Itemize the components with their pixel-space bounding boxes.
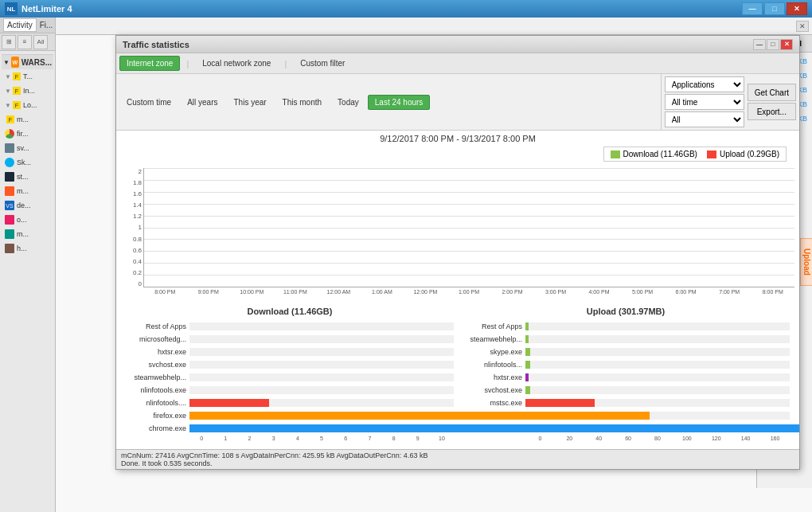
dialog-title-bar: Traffic statistics — □ ✕ [116,36,799,53]
chart-legend: Download (11.46GB) Upload (0.29GB) [603,147,787,162]
sidebar-item-m1[interactable]: F m... [2,112,53,127]
filter-dropdown-1[interactable]: Applications [665,76,744,92]
y-axis: 2 1.8 1.6 1.4 1.2 1 0.8 0.6 0.4 0.2 0 [121,168,143,287]
action-buttons: Get Chart Export... [748,84,796,120]
hbc-bar-5 [525,386,530,394]
hbc-row-6: mstsc.exe [462,397,790,408]
sidebar-item-lo[interactable]: ▼ F Lo... [2,98,53,112]
hbc-bar-container-8 [189,424,454,432]
hbc-label-2: hxtsr.exe [126,348,189,356]
hbc-label-6: nlinfotools.... [126,399,189,407]
bar-group-7 [447,168,490,287]
zone-local[interactable]: Local network zone [195,56,278,71]
chart-grid [143,168,794,287]
sidebar-item-sk[interactable]: Sk... [2,155,53,170]
x-label-5: 1:00 AM [361,287,404,303]
zone-internet[interactable]: Internet zone [119,56,180,71]
bar-group-10 [578,168,621,287]
export-button[interactable]: Export... [748,103,796,120]
get-chart-button[interactable]: Get Chart [748,84,796,101]
sidebar-list: ▼ W WARS... ▼ F T... ▼ F In... ▼ F Lo... [0,51,55,512]
hbc-bar-6 [525,399,595,407]
hbc-label-4: hxtsr.exe [462,373,525,381]
upload-hbar-title: Upload (301.97MB) [462,307,790,316]
maximize-button[interactable]: □ [764,2,785,15]
hbc-row-0: Rest of Apps [126,321,454,332]
hbc-row-0: Rest of Apps [462,321,790,332]
hbc-bar-8 [525,424,790,432]
sidebar-item-h[interactable]: h... [2,241,53,256]
legend-upload-label: Upload (0.29GB) [720,150,779,158]
hbc-label-3: nlinfotools... [462,361,525,369]
tab-this-year[interactable]: This year [226,95,273,110]
bar-group-12 [665,168,708,287]
x-label-14: 8:00 PM [751,287,794,303]
legend-download-label: Download (11.46GB) [623,150,697,158]
dropdowns-stack: Applications All time All [665,76,744,127]
download-hbar-title: Download (11.46GB) [126,307,454,316]
hbc-bar-container-2 [525,348,790,356]
sidebar-item-de[interactable]: VS de... [2,198,53,213]
hbc-row-2: hxtsr.exe [126,346,454,358]
chart-content: 9/12/2017 8:00 PM - 9/13/2017 8:00 PM Do… [116,131,799,449]
hbc-bar-container-7 [525,412,790,420]
x-label-7: 1:00 PM [447,287,491,303]
bar-group-6 [404,168,447,287]
hbc-label-4: steamwebhelp... [126,373,189,381]
hbc-label-1: steamwebhelp... [462,335,525,343]
legend-download: Download (11.46GB) [611,150,697,158]
bar-group-5 [361,168,404,287]
tab-fi[interactable]: Fi... [37,19,57,31]
title-bar: NL NetLimiter 4 — □ ✕ [0,0,812,18]
tab-activity[interactable]: Activity [3,18,37,32]
hbc-bar-2 [525,348,530,356]
hbc-bar-container-0 [525,322,790,330]
sidebar: Activity Fi... ⊞ ≡ All ▼ W WARS... ▼ F T… [0,18,56,512]
upload-hbar-chart: Upload (301.97MB) Rest of Appssteamwebhe… [462,307,790,441]
sidebar-item-sv[interactable]: sv... [2,141,53,155]
dialog-maximize-button[interactable]: □ [767,39,779,50]
hbc-label-0: Rest of Apps [126,322,189,330]
dialog-close-button[interactable]: ✕ [780,39,793,50]
hbc-row-1: steamwebhelp... [462,334,790,345]
hbc-label-7: firefox.exe [126,412,189,420]
legend-download-color [611,150,620,158]
dialog-title-text: Traffic statistics [123,40,189,49]
hbc-bar-0 [525,322,529,330]
tab-today[interactable]: Today [330,95,366,110]
sidebar-group-wars[interactable]: ▼ W WARS... [2,54,53,69]
tab-this-month[interactable]: This month [275,95,329,110]
zone-custom[interactable]: Custom filter [293,56,352,71]
all-button[interactable]: All [33,35,48,49]
dialog-minimize-button[interactable]: — [753,39,766,50]
download-hbar-body: Rest of Appsmicrosoftedg...hxtsr.exesvch… [126,321,454,434]
sidebar-item-st[interactable]: st... [2,170,53,184]
x-label-10: 4:00 PM [577,287,621,303]
sidebar-item-t[interactable]: ▼ F T... [2,69,53,84]
sidebar-item-chrome[interactable]: fir... [2,127,53,141]
hbc-bar-container-4 [525,373,790,381]
legend-upload: Upload (0.29GB) [707,150,779,158]
bar-group-11 [621,168,664,287]
sidebar-item-m3[interactable]: m... [2,227,53,241]
list-view-button[interactable]: ≡ [18,35,32,49]
tab-all-years[interactable]: All years [180,95,224,110]
tab-last-24-hours[interactable]: Last 24 hours [368,95,431,110]
hbc-label-5: svchost.exe [462,386,525,394]
bar-chart-wrapper: 2 1.8 1.6 1.4 1.2 1 0.8 0.6 0.4 0.2 0 [121,168,794,303]
sidebar-item-in[interactable]: ▼ F In... [2,84,53,98]
legend-container: Download (11.46GB) Upload (0.29GB) [121,147,794,165]
filter-dropdown-3[interactable]: All [665,111,744,127]
sidebar-item-m2[interactable]: m... [2,184,53,198]
bar-group-9 [534,168,577,287]
sidebar-item-o[interactable]: o... [2,213,53,227]
hbc-label-5: nlinfotools.exe [126,386,189,394]
tab-custom-time[interactable]: Custom time [119,95,178,110]
right-close-button[interactable]: ✕ [796,21,809,32]
grid-view-button[interactable]: ⊞ [2,35,16,49]
close-button[interactable]: ✕ [787,2,807,15]
filter-dropdown-2[interactable]: All time [665,94,744,110]
minimize-button[interactable]: — [742,2,763,15]
bar-group-3 [274,168,317,287]
bar-group-4 [318,168,361,287]
